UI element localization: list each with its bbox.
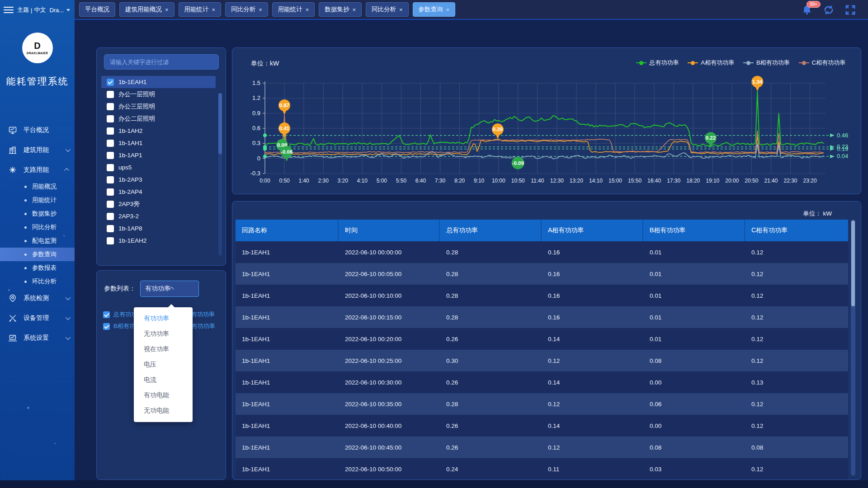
tab-用能统计[interactable]: 用能统计× xyxy=(272,2,315,17)
submenu-item-同比分析[interactable]: 同比分析 xyxy=(0,221,75,234)
table-cell: 1b-1EAH1 xyxy=(236,285,339,306)
table-cell: 0.12 xyxy=(745,285,848,306)
device-item-1b-1AH1[interactable]: 1b-1AH1 xyxy=(101,137,216,149)
tab-建筑用能概况[interactable]: 建筑用能概况× xyxy=(119,2,175,17)
close-icon[interactable]: × xyxy=(352,7,356,13)
fullscreen-icon[interactable] xyxy=(844,4,856,16)
dropdown-option-有功功率[interactable]: 有功功率 xyxy=(134,311,193,326)
checkbox-unchecked[interactable] xyxy=(107,91,114,98)
submenu-item-用能统计[interactable]: 用能统计 xyxy=(0,193,75,207)
device-item-办公二层照明[interactable]: 办公二层照明 xyxy=(101,113,216,125)
device-item-label: 2AP3旁 xyxy=(118,200,140,208)
checkbox-checked[interactable] xyxy=(103,311,110,318)
device-item-1b-2AP4[interactable]: 1b-2AP4 xyxy=(101,186,216,198)
tab-同比分析[interactable]: 同比分析× xyxy=(225,2,268,17)
submenu-item-环比分析[interactable]: 环比分析 xyxy=(0,275,75,288)
close-icon[interactable]: × xyxy=(212,7,216,13)
x-tick-label: 3:20 xyxy=(338,178,349,184)
device-item-2AP3旁[interactable]: 2AP3旁 xyxy=(101,198,216,210)
refresh-icon[interactable] xyxy=(823,4,835,16)
device-item-1b-1AP8[interactable]: 1b-1AP8 xyxy=(101,222,216,235)
device-item-1b-2AP3[interactable]: 1b-2AP3 xyxy=(101,174,216,186)
dropdown-option-视在功率[interactable]: 视在功率 xyxy=(134,342,193,357)
checkbox-unchecked[interactable] xyxy=(107,127,114,135)
logo-text: DRAXLMAIER xyxy=(27,52,48,55)
legend-item-B相有功功率[interactable]: B相有功功率 xyxy=(743,59,790,67)
checkbox-unchecked[interactable] xyxy=(107,140,114,147)
close-icon[interactable]: × xyxy=(399,7,403,13)
checkbox-unchecked[interactable] xyxy=(107,201,114,208)
device-list-scrollbar[interactable] xyxy=(218,93,222,256)
checkbox-unchecked[interactable] xyxy=(107,237,114,244)
device-item-1b-1EAH2[interactable]: 1b-1EAH2 xyxy=(101,235,216,247)
legend-item-C相有功功率[interactable]: C相有功功率 xyxy=(799,59,845,67)
table-unit-label: 单位： kW xyxy=(803,210,832,218)
checkbox-unchecked[interactable] xyxy=(107,152,114,159)
dropdown-option-有功电能[interactable]: 有功电能 xyxy=(134,388,193,403)
dropdown-option-无功功率[interactable]: 无功功率 xyxy=(134,326,193,342)
close-icon[interactable]: × xyxy=(446,7,450,13)
table-cell: 2022-06-10 00:15:00 xyxy=(339,306,440,328)
legend-item-总有功功率[interactable]: 总有功功率 xyxy=(636,59,679,67)
close-icon[interactable]: × xyxy=(306,7,309,13)
language-label[interactable]: 中文 xyxy=(34,6,46,14)
device-item-1b-1AH2[interactable]: 1b-1AH2 xyxy=(101,125,216,137)
close-icon[interactable]: × xyxy=(165,7,169,13)
table-cell: 0.08 xyxy=(745,436,848,458)
menu-toggle-icon[interactable] xyxy=(4,5,14,15)
tab-参数查询[interactable]: 参数查询× xyxy=(413,2,456,17)
user-selector[interactable]: Dra... xyxy=(49,7,64,14)
checkbox-unchecked[interactable] xyxy=(107,213,114,220)
legend-item-A相有功功率[interactable]: A相有功功率 xyxy=(688,59,734,67)
checkbox-unchecked[interactable] xyxy=(107,164,114,171)
checkbox-unchecked[interactable] xyxy=(107,188,114,196)
checkbox-unchecked[interactable] xyxy=(107,176,114,183)
table-cell: 2022-06-10 00:00:00 xyxy=(339,241,440,263)
legend-label: 总有功功率 xyxy=(649,59,679,67)
submenu-item-参数查询[interactable]: 参数查询 xyxy=(0,248,75,261)
device-item-ups5[interactable]: ups5 xyxy=(101,161,216,174)
bullet-icon xyxy=(24,186,27,188)
checkbox-unchecked[interactable] xyxy=(107,115,114,122)
sidebar-item-设备管理[interactable]: 设备管理 xyxy=(0,308,75,328)
parameter-dropdown-menu: 有功功率无功功率视在功率电压电流有功电能无功电能 xyxy=(134,307,193,422)
submenu-item-用能概况[interactable]: 用能概况 xyxy=(0,180,75,193)
notifications-bell-icon[interactable]: 99+ xyxy=(801,4,813,16)
x-tick-label: 5:50 xyxy=(396,178,407,184)
tab-用能统计[interactable]: 用能统计× xyxy=(179,2,222,17)
x-tick-label: 7:30 xyxy=(435,178,446,184)
table-cell: 0.16 xyxy=(542,306,643,328)
table-scrollbar[interactable] xyxy=(851,220,855,476)
submenu-item-参数报表[interactable]: 参数报表 xyxy=(0,261,75,275)
tab-同比分析[interactable]: 同比分析× xyxy=(366,2,409,17)
sidebar-item-平台概况[interactable]: 平台概况 xyxy=(0,120,75,140)
legend-marker-icon xyxy=(743,61,754,65)
checkbox-unchecked[interactable] xyxy=(107,103,114,110)
sidebar-item-系统检测[interactable]: 系统检测 xyxy=(0,288,75,308)
checkbox-unchecked[interactable] xyxy=(107,225,114,232)
parameter-value: 有功功率 xyxy=(145,285,170,293)
checkbox-checked[interactable] xyxy=(103,323,110,330)
dropdown-option-无功电能[interactable]: 无功电能 xyxy=(134,403,193,418)
device-item-办公一层照明[interactable]: 办公一层照明 xyxy=(101,88,216,100)
submenu-item-label: 同比分析 xyxy=(32,223,57,231)
dropdown-option-电流[interactable]: 电流 xyxy=(134,372,193,388)
checkbox-checked[interactable] xyxy=(107,79,114,86)
sidebar-item-支路用能[interactable]: 支路用能 xyxy=(0,160,75,180)
device-item-办公三层照明[interactable]: 办公三层照明 xyxy=(101,100,216,113)
sidebar-item-系统设置[interactable]: 系统设置 xyxy=(0,328,75,348)
sidebar-item-建筑用能[interactable]: 建筑用能 xyxy=(0,140,75,160)
device-item-1b-1EAH1[interactable]: 1b-1EAH1 xyxy=(101,76,216,88)
tools-icon xyxy=(8,314,17,323)
x-tick-label: 18:20 xyxy=(686,178,700,184)
dropdown-option-电压[interactable]: 电压 xyxy=(134,357,193,372)
parameter-select[interactable]: 有功功率 xyxy=(140,281,199,297)
submenu-item-数据集抄[interactable]: 数据集抄 xyxy=(0,207,75,221)
tab-数据集抄[interactable]: 数据集抄× xyxy=(319,2,362,17)
device-item-1b-1AP1[interactable]: 1b-1AP1 xyxy=(101,149,216,161)
close-icon[interactable]: × xyxy=(259,7,262,13)
tab-平台概况[interactable]: 平台概况 xyxy=(79,2,115,17)
keyword-filter-input[interactable] xyxy=(104,54,219,70)
device-item-2AP3-2[interactable]: 2AP3-2 xyxy=(101,210,216,222)
theme-label[interactable]: 主题 xyxy=(17,6,29,14)
